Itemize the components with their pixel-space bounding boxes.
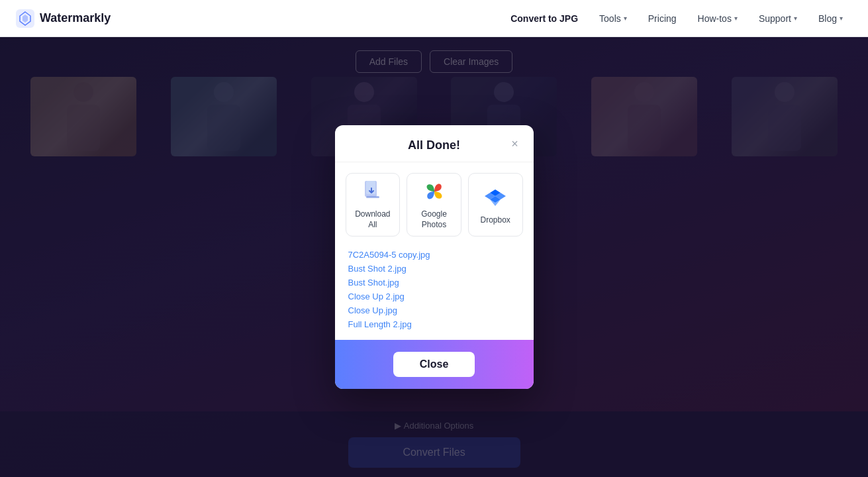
chevron-down-icon: ▾ (734, 15, 738, 22)
google-photos-icon (421, 179, 448, 204)
nav-support[interactable]: Support ▾ (749, 8, 806, 29)
nav-links: Convert to JPG Tools ▾ Pricing How-tos ▾… (501, 8, 852, 29)
modal-title: All Done! (408, 138, 460, 152)
file-link-1[interactable]: Bust Shot 2.jpg (348, 264, 520, 274)
modal-dialog: All Done! × DownloadAll (335, 125, 534, 389)
navbar: Watermarkly Convert to JPG Tools ▾ Prici… (0, 0, 868, 37)
logo-text: Watermarkly (40, 11, 111, 25)
google-photos-button[interactable]: Google Photos (407, 173, 461, 237)
logo[interactable]: Watermarkly (16, 9, 111, 28)
nav-pricing[interactable]: Pricing (639, 8, 686, 29)
close-button[interactable]: Close (393, 352, 475, 377)
chevron-down-icon: ▾ (624, 15, 627, 22)
nav-convert-to-jpg[interactable]: Convert to JPG (501, 8, 587, 29)
download-icon (360, 179, 386, 204)
chevron-down-icon: ▾ (840, 15, 843, 22)
nav-tools[interactable]: Tools ▾ (590, 8, 636, 29)
nav-how-tos[interactable]: How-tos ▾ (689, 8, 747, 29)
nav-blog[interactable]: Blog ▾ (809, 8, 852, 29)
download-all-label: DownloadAll (355, 209, 390, 230)
google-photos-label: Google Photos (414, 209, 454, 230)
dropbox-button[interactable]: Dropbox (468, 173, 523, 237)
modal-action-buttons: DownloadAll (335, 162, 534, 247)
file-link-5[interactable]: Full Length 2.jpg (348, 319, 520, 329)
download-all-button[interactable]: DownloadAll (346, 173, 401, 237)
file-link-3[interactable]: Close Up 2.jpg (348, 292, 520, 301)
file-link-4[interactable]: Close Up.jpg (348, 305, 520, 315)
chevron-down-icon: ▾ (794, 15, 797, 22)
main-area: Add Files Clear Images (0, 37, 868, 477)
dropbox-icon (482, 184, 508, 210)
svg-rect-3 (366, 196, 379, 198)
modal-overlay: All Done! × DownloadAll (0, 37, 868, 477)
logo-icon (16, 9, 34, 28)
modal-close-button[interactable]: × (507, 136, 523, 152)
modal-footer: Close (335, 340, 534, 389)
file-link-2[interactable]: Bust Shot.jpg (348, 278, 520, 288)
modal-header: All Done! × (335, 125, 534, 162)
file-link-0[interactable]: 7C2A5094-5 copy.jpg (348, 250, 520, 260)
dropbox-label: Dropbox (481, 215, 510, 226)
file-links-list: 7C2A5094-5 copy.jpg Bust Shot 2.jpg Bust… (335, 247, 534, 340)
